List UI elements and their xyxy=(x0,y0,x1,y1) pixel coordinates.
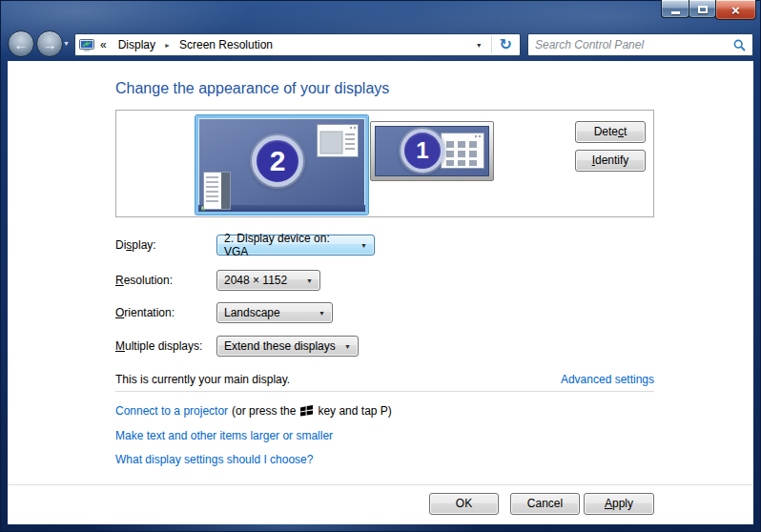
window-thumbnail-icon xyxy=(317,124,359,157)
monitor-2-number-badge: 2 xyxy=(252,135,303,187)
search-input[interactable] xyxy=(535,38,733,51)
window-thumbnail-icon xyxy=(441,133,484,169)
identify-button[interactable]: Identify xyxy=(575,150,646,172)
orientation-dropdown[interactable]: Landscape ▼ xyxy=(216,302,333,323)
breadcrumb-item-screen-resolution[interactable]: Screen Resolution xyxy=(172,38,280,51)
chevron-down-icon: ▼ xyxy=(298,277,313,284)
maximize-icon xyxy=(698,6,708,13)
monitor-1-number: 1 xyxy=(416,137,428,164)
address-dropdown-button[interactable]: ▼ xyxy=(467,42,491,49)
chevron-down-icon: ▼ xyxy=(476,42,483,49)
refresh-button[interactable]: ↻ xyxy=(492,35,520,54)
advanced-settings-link[interactable]: Advanced settings xyxy=(561,373,654,386)
back-icon: ← xyxy=(14,36,29,52)
page-title: Change the appearance of your displays xyxy=(115,80,389,97)
apply-button[interactable]: Apply xyxy=(584,493,654,515)
minimize-button[interactable] xyxy=(661,0,689,18)
search-box[interactable] xyxy=(527,33,753,56)
main-display-note: This is currently your main display. xyxy=(115,373,290,386)
orientation-dropdown-value: Landscape xyxy=(224,306,280,319)
display-dropdown-value: 2. Display device on: VGA xyxy=(224,232,353,258)
projector-text-pre: (or press the xyxy=(232,404,296,418)
display-settings-help-link[interactable]: What display settings should I choose? xyxy=(115,453,313,466)
window-controls: × xyxy=(661,0,756,20)
separator xyxy=(115,391,654,392)
chevron-down-icon: ▼ xyxy=(63,40,70,47)
multiple-displays-dropdown[interactable]: Extend these displays ▼ xyxy=(216,336,359,357)
text-size-link[interactable]: Make text and other items larger or smal… xyxy=(115,429,333,442)
monitor-1-number-badge: 1 xyxy=(401,129,444,173)
chevron-down-icon: ▼ xyxy=(353,242,367,249)
screen-resolution-window: × ← → ▼ « Display ► Screen Resolution ▼ … xyxy=(0,0,761,532)
footer-separator xyxy=(8,484,753,485)
breadcrumb-collapse[interactable]: « xyxy=(94,38,111,51)
breadcrumb-item-display[interactable]: Display xyxy=(111,38,163,51)
orientation-label: Orientation: xyxy=(115,306,175,319)
monitor-2-preview[interactable]: 2 xyxy=(195,115,368,215)
monitor-1-screen: 1 xyxy=(375,126,489,176)
projector-text-post: key and tap P) xyxy=(318,404,391,418)
resolution-dropdown-value: 2048 × 1152 xyxy=(224,274,287,287)
cancel-button[interactable]: Cancel xyxy=(510,493,580,515)
display-page-icon xyxy=(79,39,94,51)
close-button[interactable]: × xyxy=(715,0,756,20)
monitor-1-preview[interactable]: 1 xyxy=(370,121,494,181)
minimize-icon xyxy=(671,11,680,14)
multiple-displays-label: Multiple displays: xyxy=(115,339,202,353)
forward-button[interactable]: → xyxy=(36,31,63,57)
connect-projector-link[interactable]: Connect to a projector xyxy=(115,404,228,418)
display-label: Display: xyxy=(115,238,156,252)
address-bar[interactable]: « Display ► Screen Resolution ▼ ↻ xyxy=(74,33,521,56)
breadcrumb-separator-icon[interactable]: ► xyxy=(163,42,172,49)
forward-icon: → xyxy=(43,36,57,52)
resolution-label: Resolution: xyxy=(115,274,173,287)
chevron-down-icon: ▼ xyxy=(311,310,325,317)
windows-key-icon xyxy=(300,405,313,417)
display-dropdown[interactable]: 2. Display device on: VGA ▼ xyxy=(216,235,375,256)
resolution-dropdown[interactable]: 2048 × 1152 ▼ xyxy=(216,270,320,291)
chevron-down-icon: ▼ xyxy=(337,343,351,350)
recent-pages-button[interactable]: ▼ xyxy=(63,40,70,47)
refresh-icon: ↻ xyxy=(500,36,512,52)
window-thumbnail-icon xyxy=(203,172,231,210)
monitor-2-number: 2 xyxy=(270,145,286,177)
projector-row: Connect to a projector (or press the key… xyxy=(115,404,392,418)
detect-button[interactable]: Detect xyxy=(575,121,646,143)
close-icon: × xyxy=(731,2,740,18)
search-icon[interactable] xyxy=(733,39,746,51)
maximize-button[interactable] xyxy=(689,0,716,18)
ok-button[interactable]: OK xyxy=(429,493,499,515)
back-button[interactable]: ← xyxy=(8,31,34,57)
multiple-displays-dropdown-value: Extend these displays xyxy=(224,339,336,353)
